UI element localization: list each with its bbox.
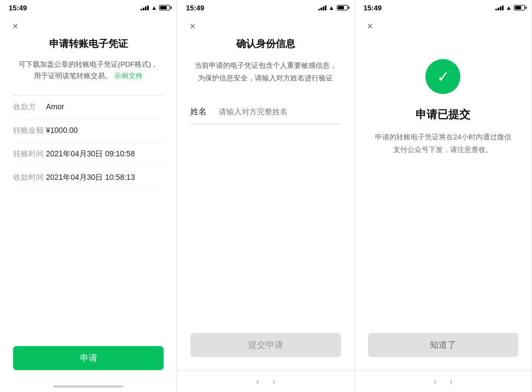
checkmark-icon: ✓ bbox=[437, 68, 449, 86]
wifi-icon-2: ▲ bbox=[329, 4, 335, 11]
name-input-row: 姓名 bbox=[190, 100, 341, 124]
submit-area-2: 提交申请 bbox=[177, 324, 354, 370]
wifi-icon-3: ▲ bbox=[506, 4, 512, 11]
apply-button[interactable]: 申请 bbox=[13, 346, 163, 370]
success-desc: 申请的转账电子凭证将在24小时内通过微信支付公众号下发，请注意查收。 bbox=[368, 131, 518, 156]
nav-next-2[interactable]: › bbox=[272, 377, 275, 387]
info-label-transfer-time: 转账时间 bbox=[13, 149, 46, 159]
status-icons-3: ▲ bbox=[495, 4, 525, 11]
battery-icon-3 bbox=[514, 5, 525, 10]
time-2: 15:49 bbox=[186, 4, 204, 12]
info-table: 收款方 Amor 转账金额 ¥1000.00 转账时间 2021年04月30日 … bbox=[13, 95, 163, 190]
status-icons-1: ▲ bbox=[141, 4, 170, 11]
wifi-icon-1: ▲ bbox=[151, 4, 157, 11]
confirm-button[interactable]: 知道了 bbox=[368, 333, 518, 357]
close-button-2[interactable]: × bbox=[186, 20, 199, 33]
close-button-1[interactable]: × bbox=[9, 20, 22, 33]
info-label-receive-time: 收款时间 bbox=[13, 173, 46, 183]
status-icons-2: ▲ bbox=[318, 4, 348, 11]
info-label-amount: 转账金额 bbox=[13, 126, 46, 136]
success-title: 申请已提交 bbox=[416, 107, 470, 122]
nav-bar-2: × bbox=[177, 15, 354, 37]
nav-bar-3: × bbox=[355, 15, 531, 37]
bottom-bar-3: ‹ › bbox=[355, 370, 531, 392]
desc-text-1: 可下载加盖公章的转账电子凭证(PDF格式)， bbox=[19, 60, 159, 68]
time-3: 15:49 bbox=[364, 4, 382, 12]
panel-title-1: 申请转账电子凭证 bbox=[13, 37, 163, 50]
table-row: 转账金额 ¥1000.00 bbox=[13, 119, 163, 143]
panel-verify: 15:49 ▲ × 确认身份信息 当前申请的电子凭证包含个人重要敏感信息，为保护… bbox=[177, 0, 354, 392]
panel-title-2: 确认身份信息 bbox=[190, 37, 341, 50]
submit-area-1: 申请 bbox=[0, 337, 177, 383]
nav-prev-3[interactable]: ‹ bbox=[434, 377, 436, 387]
panel-success: 15:49 ▲ × ✓ 申请已提交 申请的转账电子凭证将在24小时内通过微信支付… bbox=[355, 0, 532, 392]
info-value-amount: ¥1000.00 bbox=[46, 126, 78, 136]
info-label-receiver: 收款方 bbox=[13, 102, 46, 112]
close-button-3[interactable]: × bbox=[364, 20, 377, 33]
verify-desc: 当前申请的电子凭证包含个人重要敏感信息，为保护信息安全，请输入对方姓名进行验证 bbox=[190, 59, 341, 85]
submit-area-3: 知道了 bbox=[355, 324, 531, 370]
signal-icon-3 bbox=[495, 5, 504, 10]
desc-text-2: 用于证明该笔转账交易。 bbox=[34, 72, 112, 80]
submit-button: 提交申请 bbox=[190, 333, 341, 357]
battery-icon-2 bbox=[337, 5, 348, 10]
info-value-receiver: Amor bbox=[46, 102, 64, 112]
status-bar-2: 15:49 ▲ bbox=[177, 0, 354, 15]
signal-icon-1 bbox=[141, 5, 149, 10]
content-2: 确认身份信息 当前申请的电子凭证包含个人重要敏感信息，为保护信息安全，请输入对方… bbox=[177, 37, 354, 324]
info-value-receive-time: 2021年04月30日 10:58:13 bbox=[46, 173, 135, 183]
time-1: 15:49 bbox=[9, 4, 27, 12]
content-3: ✓ 申请已提交 申请的转账电子凭证将在24小时内通过微信支付公众号下发，请注意查… bbox=[355, 37, 531, 324]
panel-desc-1: 可下载加盖公章的转账电子凭证(PDF格式)， 用于证明该笔转账交易。 示例文件 bbox=[13, 59, 163, 82]
status-bar-1: 15:49 ▲ bbox=[0, 0, 177, 15]
nav-bar-1: × bbox=[0, 15, 177, 37]
name-label: 姓名 bbox=[190, 107, 212, 117]
example-link[interactable]: 示例文件 bbox=[114, 72, 143, 80]
nav-next-3[interactable]: › bbox=[449, 377, 452, 387]
bottom-line-1 bbox=[53, 385, 124, 388]
table-row: 收款方 Amor bbox=[13, 96, 163, 119]
signal-icon-2 bbox=[318, 5, 326, 10]
bottom-bar-2: ‹ › bbox=[177, 370, 354, 392]
panel-apply: 15:49 ▲ × 申请转账电子凭证 可下载加盖公章的转账电子凭证(PDF格式)… bbox=[0, 0, 177, 392]
table-row: 转账时间 2021年04月30日 09:10:58 bbox=[13, 143, 163, 166]
status-bar-3: 15:49 ▲ bbox=[355, 0, 531, 15]
battery-icon-1 bbox=[159, 5, 170, 10]
name-input[interactable] bbox=[219, 107, 341, 116]
nav-prev-2[interactable]: ‹ bbox=[256, 377, 259, 387]
content-1: 申请转账电子凭证 可下载加盖公章的转账电子凭证(PDF格式)， 用于证明该笔转账… bbox=[0, 37, 177, 337]
success-icon: ✓ bbox=[425, 59, 460, 94]
table-row: 收款时间 2021年04月30日 10:58:13 bbox=[13, 166, 163, 190]
info-value-transfer-time: 2021年04月30日 09:10:58 bbox=[46, 149, 135, 159]
